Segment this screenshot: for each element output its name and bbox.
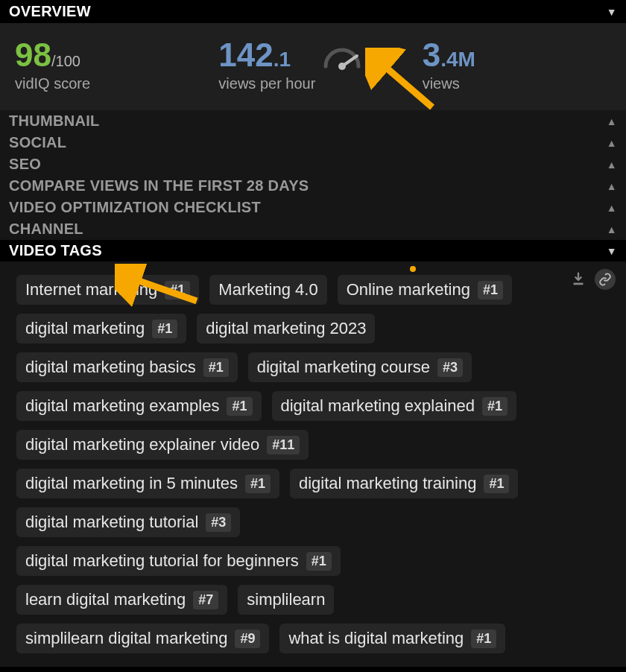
tag-rank-badge: #3 xyxy=(206,513,231,532)
download-icon[interactable] xyxy=(568,269,589,290)
tag-rank-badge: #1 xyxy=(227,397,252,416)
tag-rank-badge: #1 xyxy=(482,397,508,416)
compare-title: COMPARE VIEWS IN THE FIRST 28 DAYS xyxy=(9,177,309,194)
chevron-up-icon: ▲ xyxy=(607,115,617,127)
tag-text: digital marketing examples xyxy=(25,396,219,416)
stat-vidiq-score: 98/100 vidIQ score xyxy=(15,37,203,92)
tag-rank-badge: #1 xyxy=(306,552,332,571)
score-max: /100 xyxy=(51,53,80,69)
tag-text: what is digital marketing xyxy=(288,629,464,648)
tag-pill[interactable]: simplilearn digital marketing#9 xyxy=(16,624,269,653)
gauge-icon xyxy=(320,41,364,75)
tag-pill[interactable]: Marketing 4.0 xyxy=(209,275,326,305)
section-thumbnail-header[interactable]: THUMBNAIL ▲ xyxy=(0,110,626,132)
views-label: views xyxy=(423,75,611,92)
chevron-up-icon: ▲ xyxy=(607,159,617,171)
tag-rank-badge: #1 xyxy=(152,320,177,338)
tag-pill[interactable]: digital marketing tutorial#3 xyxy=(16,507,240,537)
tag-rank-badge: #1 xyxy=(203,358,229,377)
tag-pill[interactable]: learn digital marketing#7 xyxy=(16,585,227,615)
stat-views-per-hour: 142.1 views per hour xyxy=(218,37,407,92)
tag-text: digital marketing tutorial for beginners xyxy=(25,551,299,571)
score-label: vidIQ score xyxy=(15,75,203,92)
tag-rank-badge: #1 xyxy=(478,281,503,299)
vph-int: 142 xyxy=(218,37,273,73)
section-compare-header[interactable]: COMPARE VIEWS IN THE FIRST 28 DAYS ▲ xyxy=(0,175,626,197)
thumbnail-title: THUMBNAIL xyxy=(9,112,100,130)
tag-pill[interactable]: simplilearn xyxy=(238,585,334,615)
section-overview-header[interactable]: OVERVIEW ▼ xyxy=(0,0,626,23)
tag-text: digital marketing xyxy=(25,319,145,338)
tag-pill[interactable]: digital marketing training#1 xyxy=(290,469,519,498)
tag-pill[interactable]: digital marketing#1 xyxy=(16,314,186,343)
section-checklist-header[interactable]: VIDEO OPTIMIZATION CHECKLIST ▲ xyxy=(0,197,626,218)
vidiq-panel: OVERVIEW ▼ 98/100 vidIQ score 142.1 view… xyxy=(0,0,626,667)
tag-text: learn digital marketing xyxy=(25,590,186,609)
tag-rank-badge: #1 xyxy=(484,475,509,493)
tags-container: Internet marketing#1Marketing 4.0Online … xyxy=(16,275,610,653)
tag-text: digital marketing tutorial xyxy=(25,513,198,532)
tag-pill[interactable]: Online marketing#1 xyxy=(338,275,512,305)
section-social-header[interactable]: SOCIAL ▲ xyxy=(0,132,626,153)
tag-rank-badge: #11 xyxy=(267,436,300,454)
tag-text: digital marketing training xyxy=(299,474,476,493)
tag-pill[interactable]: digital marketing explainer video#11 xyxy=(16,430,309,460)
tag-text: simplilearn xyxy=(247,590,325,609)
checklist-title: VIDEO OPTIMIZATION CHECKLIST xyxy=(9,199,261,216)
overview-title: OVERVIEW xyxy=(9,3,91,20)
tag-pill[interactable]: digital marketing basics#1 xyxy=(16,352,238,382)
tag-text: simplilearn digital marketing xyxy=(25,629,227,648)
tag-pill[interactable]: Internet marketing#1 xyxy=(16,275,199,305)
chevron-up-icon: ▲ xyxy=(607,137,617,149)
views-int: 3 xyxy=(423,37,440,73)
svg-point-1 xyxy=(338,63,346,70)
section-channel-header[interactable]: CHANNEL ▲ xyxy=(0,218,626,240)
chevron-up-icon: ▲ xyxy=(607,180,617,192)
tag-text: digital marketing basics xyxy=(25,358,196,377)
tag-text: digital marketing explainer video xyxy=(25,435,259,454)
vph-label: views per hour xyxy=(218,75,407,92)
vph-dec: .1 xyxy=(274,48,291,71)
tag-pill[interactable]: digital marketing in 5 minutes#1 xyxy=(16,469,279,498)
section-seo-header[interactable]: SEO ▲ xyxy=(0,153,626,175)
tag-text: Marketing 4.0 xyxy=(218,280,317,299)
annotation-dot xyxy=(410,266,416,272)
tag-rank-badge: #1 xyxy=(245,475,271,493)
tag-pill[interactable]: digital marketing 2023 xyxy=(197,314,375,343)
overview-body: 98/100 vidIQ score 142.1 views per hour xyxy=(0,23,626,110)
svg-rect-2 xyxy=(574,283,584,285)
channel-title: CHANNEL xyxy=(9,221,83,238)
tag-rank-badge: #1 xyxy=(471,630,496,648)
video-tags-title: VIDEO TAGS xyxy=(9,242,102,259)
tag-pill[interactable]: digital marketing examples#1 xyxy=(16,391,262,421)
tag-text: digital marketing 2023 xyxy=(206,319,366,338)
tag-rank-badge: #7 xyxy=(193,591,218,609)
tag-text: digital marketing course xyxy=(257,358,430,377)
chevron-up-icon: ▲ xyxy=(607,202,617,214)
tag-text: digital marketing in 5 minutes xyxy=(25,474,238,493)
tags-actions xyxy=(568,269,616,290)
chevron-down-icon: ▼ xyxy=(607,6,617,18)
tag-pill[interactable]: digital marketing course#3 xyxy=(248,352,472,382)
social-title: SOCIAL xyxy=(9,134,66,151)
link-icon[interactable] xyxy=(595,269,616,290)
tag-rank-badge: #1 xyxy=(165,281,190,299)
views-suffix: M xyxy=(458,48,475,71)
tag-text: digital marketing explained xyxy=(281,396,475,416)
section-video-tags-header[interactable]: VIDEO TAGS ▼ xyxy=(0,240,626,261)
chevron-up-icon: ▲ xyxy=(607,224,617,235)
stat-views: 3.4M views xyxy=(423,37,611,92)
tag-text: Online marketing xyxy=(347,280,470,299)
tag-pill[interactable]: digital marketing tutorial for beginners… xyxy=(16,546,341,576)
tag-rank-badge: #3 xyxy=(437,358,463,377)
tag-text: Internet marketing xyxy=(25,280,157,299)
tag-pill[interactable]: digital marketing explained#1 xyxy=(272,391,517,421)
tag-rank-badge: #9 xyxy=(235,630,260,648)
score-value: 98 xyxy=(15,37,51,73)
video-tags-body: Internet marketing#1Marketing 4.0Online … xyxy=(0,261,626,667)
chevron-down-icon: ▼ xyxy=(607,245,617,257)
views-dec: .4 xyxy=(440,48,458,71)
seo-title: SEO xyxy=(9,156,41,173)
tag-pill[interactable]: what is digital marketing#1 xyxy=(279,624,505,653)
